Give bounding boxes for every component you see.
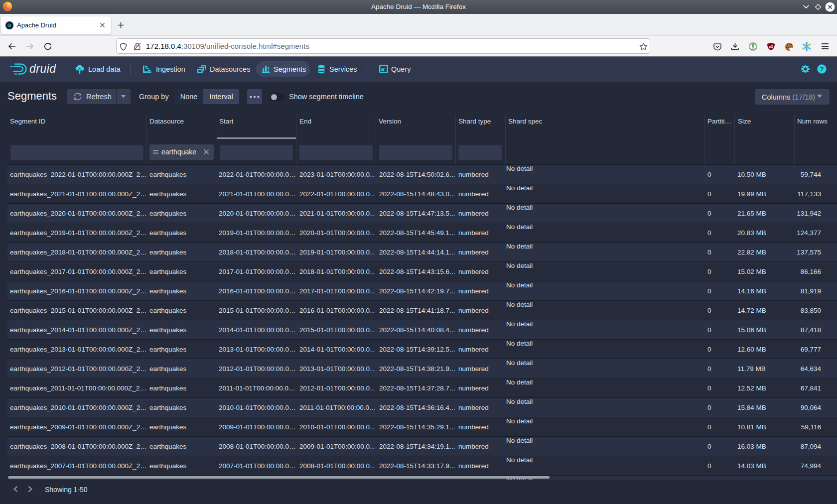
svg-text:uO: uO xyxy=(769,45,773,48)
svg-text:?: ? xyxy=(820,66,824,73)
